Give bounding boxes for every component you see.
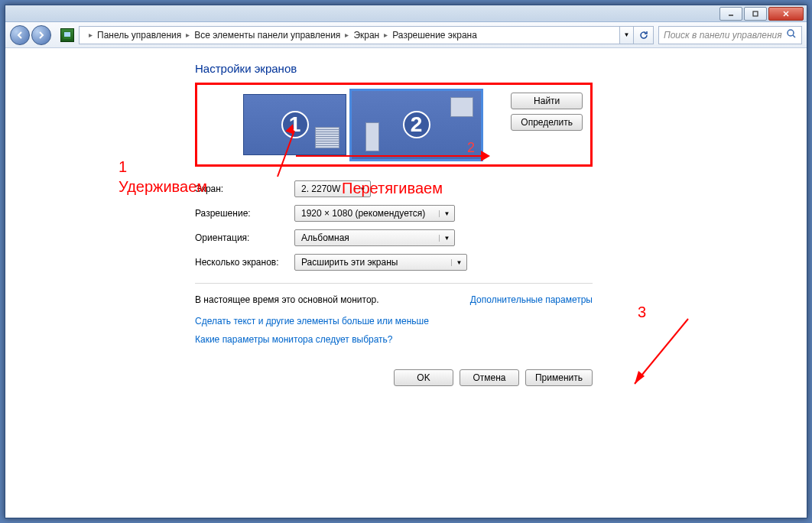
control-panel-window: ▸ Панель управления ▸ Все элементы панел… [5, 5, 807, 518]
cancel-button[interactable]: Отмена [460, 369, 519, 386]
help-links: Сделать текст и другие элементы больше и… [195, 316, 593, 345]
multiple-displays-combo[interactable]: Расширить эти экраны ▼ [294, 254, 467, 271]
orientation-combo[interactable]: Альбомная ▼ [294, 229, 455, 246]
text-size-link[interactable]: Сделать текст и другие элементы больше и… [195, 316, 593, 326]
monitor-2-number: 2 [403, 111, 430, 138]
display-label: Экран: [195, 184, 294, 194]
close-button[interactable] [768, 7, 804, 21]
annotation-hold-text: Удерживаем [119, 178, 207, 196]
search-placeholder: Поиск в панели управления [664, 30, 782, 41]
advanced-settings-link[interactable]: Дополнительные параметры [470, 294, 593, 305]
annotation-drag-arrow [296, 155, 486, 157]
primary-monitor-text: В настоящее время это основной монитор. [195, 294, 379, 305]
annotation-drag-arrow-head [481, 151, 490, 161]
search-icon [786, 28, 797, 41]
control-panel-icon [60, 28, 74, 42]
orientation-label: Ориентация: [195, 232, 294, 243]
search-input[interactable]: Поиск в панели управления [658, 26, 802, 44]
status-row: В настоящее время это основной монитор. … [195, 283, 593, 305]
resolution-label: Разрешение: [195, 208, 294, 219]
svg-rect-5 [64, 32, 70, 37]
minimize-button[interactable] [719, 7, 742, 21]
multiple-displays-value: Расширить эти экраны [301, 257, 398, 268]
svg-line-7 [793, 35, 795, 37]
annotation-number-1: 1 [119, 158, 127, 176]
page-title: Настройки экранов [195, 62, 593, 75]
monitor-arrangement-area[interactable]: 1 2 2 Найти Определить [195, 83, 593, 167]
breadcrumb-item[interactable]: Панель управления [97, 30, 181, 41]
annotation-number-3: 3 [638, 304, 646, 321]
breadcrumb[interactable]: ▸ Панель управления ▸ Все элементы панел… [79, 26, 620, 44]
detect-button[interactable]: Определить [511, 114, 583, 131]
svg-point-6 [788, 30, 794, 36]
chevron-down-icon: ▼ [439, 235, 451, 242]
orientation-value: Альбомная [301, 232, 349, 243]
titlebar [5, 5, 807, 22]
monitor-2-window-icon [450, 97, 473, 117]
monitor-2-taskbar-icon [365, 122, 379, 151]
breadcrumb-item[interactable]: Все элементы панели управления [194, 30, 340, 41]
annotation-drag-text: Перетягиваем [342, 180, 443, 197]
navbar: ▸ Панель управления ▸ Все элементы панел… [5, 22, 807, 48]
display-value: 2. 2270W [301, 184, 340, 194]
monitor-2[interactable]: 2 2 [349, 89, 483, 161]
ok-button[interactable]: OK [394, 369, 453, 386]
breadcrumb-item[interactable]: Экран [353, 30, 379, 41]
resolution-value: 1920 × 1080 (рекомендуется) [301, 208, 425, 219]
nav-back-button[interactable] [10, 25, 30, 45]
resolution-combo[interactable]: 1920 × 1080 (рекомендуется) ▼ [294, 205, 455, 222]
dialog-buttons: OK Отмена Применить [195, 369, 593, 386]
maximize-button[interactable] [744, 7, 767, 21]
find-button[interactable]: Найти [511, 93, 583, 109]
annotation-monitor-2-label: 2 [467, 140, 475, 156]
content-area: Настройки экранов 1 2 2 Найти Определить… [5, 48, 807, 400]
svg-rect-1 [753, 11, 758, 16]
multiple-displays-label: Несколько экранов: [195, 257, 294, 268]
apply-button[interactable]: Применить [525, 369, 593, 386]
breadcrumb-item[interactable]: Разрешение экрана [392, 30, 477, 41]
monitor-1-window-icon [315, 127, 339, 148]
refresh-button[interactable] [634, 26, 654, 44]
address-dropdown[interactable]: ▼ [620, 26, 634, 44]
chevron-down-icon: ▼ [451, 259, 463, 266]
chevron-down-icon: ▼ [439, 210, 451, 217]
nav-forward-button[interactable] [31, 25, 51, 45]
which-monitor-link[interactable]: Какие параметры монитора следует выбрать… [195, 334, 593, 345]
